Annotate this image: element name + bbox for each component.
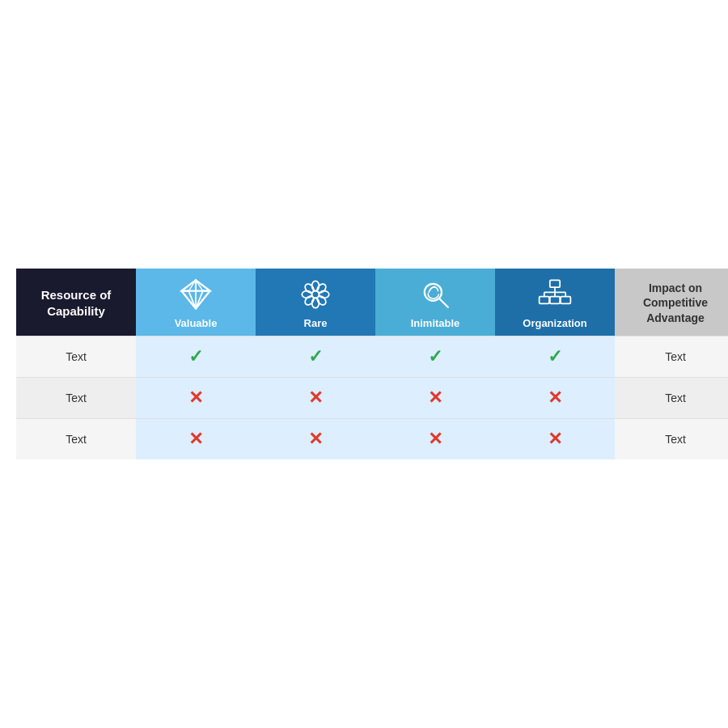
resource-cell: Text — [16, 336, 136, 378]
impact-cell: Text — [615, 419, 728, 460]
organization-header: Organization — [495, 269, 615, 336]
vrio-table: Resource of Capability — [16, 269, 728, 459]
check-icon: ✓ — [308, 346, 323, 366]
svg-point-13 — [319, 291, 328, 298]
impact-header: Impact on Competitive Advantage — [615, 269, 728, 336]
svg-line-19 — [439, 298, 448, 307]
svg-point-17 — [303, 294, 315, 307]
rare-cell: ✕ — [256, 419, 375, 460]
rare-cell: ✕ — [256, 378, 375, 419]
header-row: Resource of Capability — [16, 269, 728, 336]
organization-label: Organization — [500, 317, 610, 329]
table-row: Text ✕ ✕ ✕ ✕ Text — [16, 378, 728, 419]
svg-point-15 — [315, 294, 328, 307]
org-chart-icon — [537, 277, 573, 312]
organization-cell: ✕ — [495, 419, 615, 460]
resource-header: Resource of Capability — [16, 269, 136, 336]
svg-rect-28 — [561, 297, 570, 304]
resource-cell: Text — [16, 378, 136, 419]
valuable-label: Valuable — [141, 317, 251, 329]
resource-header-label: Resource of Capability — [41, 288, 112, 318]
impact-header-label: Impact on Competitive Advantage — [643, 281, 708, 324]
cross-icon: ✕ — [308, 387, 323, 408]
vrio-table-wrapper: Resource of Capability — [16, 269, 712, 459]
impact-cell: Text — [615, 336, 728, 378]
cross-icon: ✕ — [188, 387, 203, 408]
inimitable-header: Inimitable — [375, 269, 495, 336]
inimitable-icon — [417, 277, 453, 312]
valuable-cell: ✕ — [136, 378, 256, 419]
diamond-icon — [178, 277, 214, 312]
impact-cell: Text — [615, 378, 728, 419]
svg-rect-27 — [550, 297, 560, 304]
svg-point-10 — [312, 281, 320, 290]
valuable-cell: ✕ — [136, 419, 256, 460]
check-icon: ✓ — [428, 346, 442, 366]
svg-marker-1 — [181, 280, 196, 290]
rare-header: Rare — [256, 269, 375, 336]
rare-label: Rare — [260, 317, 370, 329]
inimitable-label: Inimitable — [380, 317, 490, 329]
organization-cell: ✓ — [495, 336, 615, 378]
valuable-cell: ✓ — [136, 336, 256, 378]
check-icon: ✓ — [188, 346, 203, 366]
svg-point-12 — [302, 291, 311, 298]
svg-marker-5 — [196, 291, 210, 309]
svg-point-14 — [303, 282, 315, 294]
cross-icon: ✕ — [188, 429, 203, 449]
svg-rect-26 — [540, 297, 549, 304]
flower-icon — [298, 277, 333, 312]
cross-icon: ✕ — [428, 429, 442, 449]
inimitable-cell: ✕ — [375, 378, 495, 419]
check-icon: ✓ — [548, 346, 562, 366]
inimitable-cell: ✓ — [375, 336, 495, 378]
rare-cell: ✓ — [256, 336, 375, 378]
svg-rect-20 — [550, 280, 560, 287]
svg-point-16 — [315, 282, 328, 294]
cross-icon: ✕ — [548, 429, 562, 449]
svg-marker-4 — [181, 291, 196, 309]
inimitable-cell: ✕ — [375, 419, 495, 460]
resource-cell: Text — [16, 419, 136, 460]
cross-icon: ✕ — [428, 387, 442, 408]
valuable-header: Valuable — [136, 269, 256, 336]
cross-icon: ✕ — [308, 429, 323, 449]
organization-cell: ✕ — [495, 378, 615, 419]
cross-icon: ✕ — [548, 387, 562, 408]
svg-point-11 — [312, 298, 320, 307]
table-row: Text ✕ ✕ ✕ ✕ Text — [16, 419, 728, 460]
svg-marker-2 — [196, 280, 210, 290]
table-row: Text ✓ ✓ ✓ ✓ Text — [16, 336, 728, 378]
